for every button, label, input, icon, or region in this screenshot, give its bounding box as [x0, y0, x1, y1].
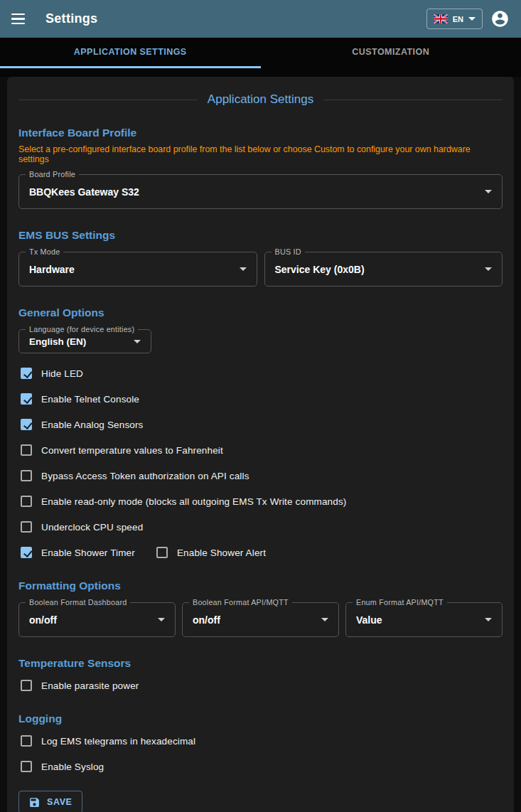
- shower-alert-checkbox[interactable]: [156, 547, 168, 558]
- checkbox-row-telnet: Enable Telnet Console: [18, 386, 503, 412]
- tx-mode-select[interactable]: Tx Mode Hardware: [18, 252, 257, 287]
- readonly-mode-checkbox[interactable]: [21, 496, 32, 507]
- settings-card: Application Settings Interface Board Pro…: [7, 77, 514, 812]
- section-heading-logging: Logging: [18, 712, 503, 725]
- chevron-down-icon: [134, 340, 141, 343]
- checkbox-row-shower-alert: Enable Shower Alert: [154, 540, 266, 565]
- tab-application-settings[interactable]: APPLICATION SETTINGS: [0, 38, 261, 68]
- chevron-down-icon: [321, 618, 328, 621]
- board-profile-note: Select a pre-configured interface board …: [18, 144, 503, 164]
- boolean-format-dashboard-select[interactable]: Boolean Format Dashboard on/off: [18, 602, 176, 637]
- section-heading-temperature-sensors: Temperature Sensors: [18, 657, 503, 670]
- enable-syslog-checkbox[interactable]: [21, 761, 32, 772]
- section-heading-formatting: Formatting Options: [18, 579, 503, 592]
- page-title-divider: Application Settings: [18, 92, 503, 107]
- language-value: English (EN): [29, 336, 86, 347]
- tx-mode-value: Hardware: [29, 264, 75, 275]
- tab-customization[interactable]: CUSTOMIZATION: [261, 38, 521, 68]
- checkbox-row-fahrenheit: Convert temperature values to Fahrenheit: [18, 437, 503, 463]
- language-label: Language (for device entities): [26, 325, 138, 333]
- save-floppy-icon: [28, 796, 41, 808]
- checkbox-row-underclock: Underclock CPU speed: [18, 514, 503, 540]
- bus-id-select[interactable]: BUS ID Service Key (0x0B): [264, 252, 503, 287]
- section-heading-interface-board: Interface Board Profile: [18, 127, 503, 139]
- board-profile-select[interactable]: Board Profile BBQKees Gateway S32: [18, 174, 503, 209]
- checkbox-row-analog-sensors: Enable Analog Sensors: [18, 412, 503, 437]
- hide-led-checkbox[interactable]: [21, 368, 32, 379]
- app-bar: Settings EN: [0, 0, 521, 38]
- boolean-format-api-select[interactable]: Boolean Format API/MQTT on/off: [182, 602, 339, 637]
- tx-mode-label: Tx Mode: [26, 247, 63, 256]
- account-avatar-icon[interactable]: [490, 9, 510, 28]
- section-heading-general-options: General Options: [18, 306, 503, 319]
- hex-telegrams-checkbox[interactable]: [21, 735, 32, 747]
- parasite-power-checkbox[interactable]: [21, 680, 32, 691]
- chevron-down-icon: [485, 618, 492, 621]
- page-header-title: Settings: [45, 11, 97, 26]
- checkbox-row-hide-led: Hide LED: [18, 360, 503, 386]
- section-heading-ems-bus: EMS BUS Settings: [18, 229, 503, 242]
- underclock-cpu-checkbox[interactable]: [21, 521, 32, 533]
- chevron-down-icon: [485, 190, 492, 193]
- language-code: EN: [453, 15, 463, 23]
- bypass-token-checkbox[interactable]: [21, 470, 32, 481]
- bus-id-label: BUS ID: [272, 247, 305, 256]
- fahrenheit-checkbox[interactable]: [21, 444, 32, 456]
- checkbox-row-syslog: Enable Syslog: [18, 754, 503, 779]
- enable-analog-sensors-checkbox[interactable]: [21, 419, 32, 430]
- checkbox-row-hex-telegrams: Log EMS telegrams in hexadecimal: [18, 728, 503, 754]
- page-title: Application Settings: [208, 92, 313, 107]
- checkbox-row-readonly-mode: Enable read-only mode (blocks all outgoi…: [18, 488, 503, 514]
- checkbox-row-shower-timer: Enable Shower Timer: [18, 540, 135, 565]
- bus-id-value: Service Key (0x0B): [275, 264, 365, 275]
- checkbox-row-bypass-token: Bypass Access Token authorization on API…: [18, 463, 503, 488]
- hamburger-menu-icon[interactable]: [11, 11, 28, 28]
- language-select[interactable]: Language (for device entities) English (…: [18, 329, 151, 353]
- enable-telnet-checkbox[interactable]: [21, 393, 32, 405]
- uk-flag-icon: [434, 14, 448, 23]
- chevron-down-icon: [485, 267, 492, 271]
- board-profile-value: BBQKees Gateway S32: [29, 186, 139, 198]
- chevron-down-icon: [240, 267, 247, 271]
- language-selector-button[interactable]: EN: [426, 9, 483, 29]
- checkbox-row-parasite-power: Enable parasite power: [18, 673, 503, 698]
- shower-timer-checkbox[interactable]: [21, 547, 32, 558]
- chevron-down-icon: [158, 618, 165, 621]
- save-button[interactable]: SAVE: [18, 791, 82, 812]
- board-profile-label: Board Profile: [26, 170, 79, 178]
- chevron-down-icon: [468, 17, 476, 21]
- save-button-label: SAVE: [47, 797, 72, 807]
- tab-bar: APPLICATION SETTINGS CUSTOMIZATION: [0, 38, 521, 77]
- enum-format-api-select[interactable]: Enum Format API/MQTT Value: [345, 602, 503, 637]
- settings-screen: Settings EN APPLICATION SETTINGS CUS: [0, 0, 521, 812]
